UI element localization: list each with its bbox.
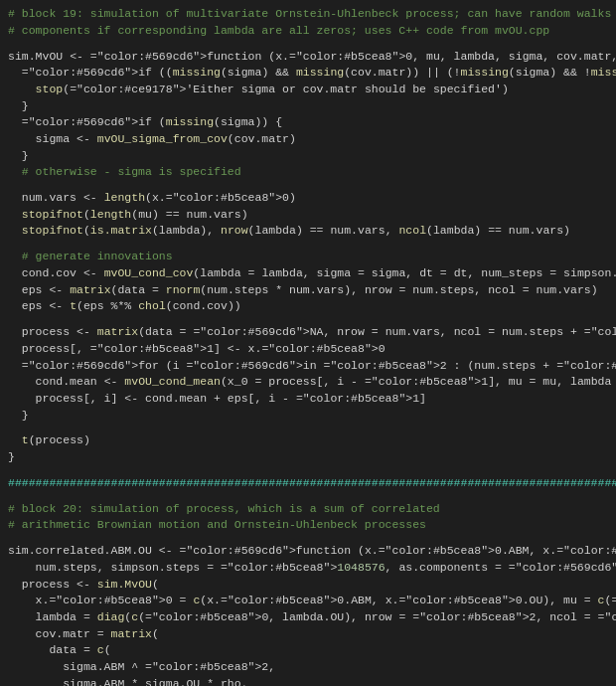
code-line: } (8, 449, 608, 466)
code-line: # block 20: simulation of process, which… (8, 501, 608, 518)
code-line: ="color:#569cd6">if (missing(sigma)) { (8, 114, 608, 131)
code-line (8, 534, 608, 543)
code-line: # generate innovations (8, 249, 608, 265)
code-line: num.vars <- length(x.="color:#b5cea8">0) (8, 190, 608, 207)
code-line (8, 466, 608, 475)
code-line: process <- sim.MvOU( (8, 577, 608, 594)
code-line: cov.matr = matrix( (8, 626, 608, 643)
code-line (8, 181, 608, 190)
code-line: process <- matrix(data = ="color:#569cd6… (8, 324, 608, 341)
code-line (8, 240, 608, 249)
code-line: } (8, 98, 608, 115)
code-line: stopifnot(is.matrix(lambda), nrow(lambda… (8, 223, 608, 240)
code-line (8, 39, 608, 48)
code-line: eps <- t(eps %*% chol(cond.cov)) (8, 298, 608, 315)
code-line: stopifnot(length(mu) == num.vars) (8, 207, 608, 224)
code-line: ########################################… (8, 475, 608, 492)
code-lines: # block 19: simulation of multivariate O… (8, 6, 608, 686)
code-line: stop(="color:#ce9178">'Either sigma or c… (8, 82, 608, 98)
code-line (8, 424, 608, 432)
code-line: cond.mean <- mvOU_cond_mean(x_0 = proces… (8, 374, 608, 391)
code-line: ="color:#569cd6">for (i ="color:#569cd6"… (8, 358, 608, 375)
code-line: sigma.ABM * sigma.OU * rho, (8, 676, 608, 686)
code-line (8, 492, 608, 501)
code-line: sim.MvOU <- ="color:#569cd6">function (x… (8, 49, 608, 66)
code-line: eps <- matrix(data = rnorm(num.steps * n… (8, 282, 608, 299)
code-line: } (8, 148, 608, 165)
code-line: # otherwise - sigma is specified (8, 164, 608, 181)
code-line (8, 315, 608, 324)
code-line: sim.correlated.ABM.OU <- ="color:#569cd6… (8, 543, 608, 560)
code-line: ="color:#569cd6">if ((missing(sigma) && … (8, 65, 608, 82)
code-line: process[, ="color:#b5cea8">1] <- x.="col… (8, 341, 608, 358)
code-line: cond.cov <- mvOU_cond_cov(lambda = lambd… (8, 265, 608, 282)
code-line: # components if corresponding lambda are… (8, 23, 608, 40)
code-line: lambda = diag(c(="color:#b5cea8">0, lamb… (8, 609, 608, 626)
code-line: num.steps, simpson.steps = ="color:#b5ce… (8, 560, 608, 577)
code-line: # block 19: simulation of multivariate O… (8, 6, 608, 23)
code-line: t(process) (8, 432, 608, 449)
code-line: } (8, 408, 608, 425)
code-line: sigma.ABM ^ ="color:#b5cea8">2, (8, 659, 608, 676)
code-editor: # block 19: simulation of multivariate O… (0, 0, 616, 686)
code-line: # arithmetic Brownian motion and Ornstei… (8, 517, 608, 534)
code-line: process[, i] <- cond.mean + eps[, i - ="… (8, 391, 608, 408)
code-line: x.="color:#b5cea8">0 = c(x.="color:#b5ce… (8, 593, 608, 609)
code-line: sigma <- mvOU_sigma_from_cov(cov.matr) (8, 131, 608, 148)
code-line: data = c( (8, 642, 608, 659)
